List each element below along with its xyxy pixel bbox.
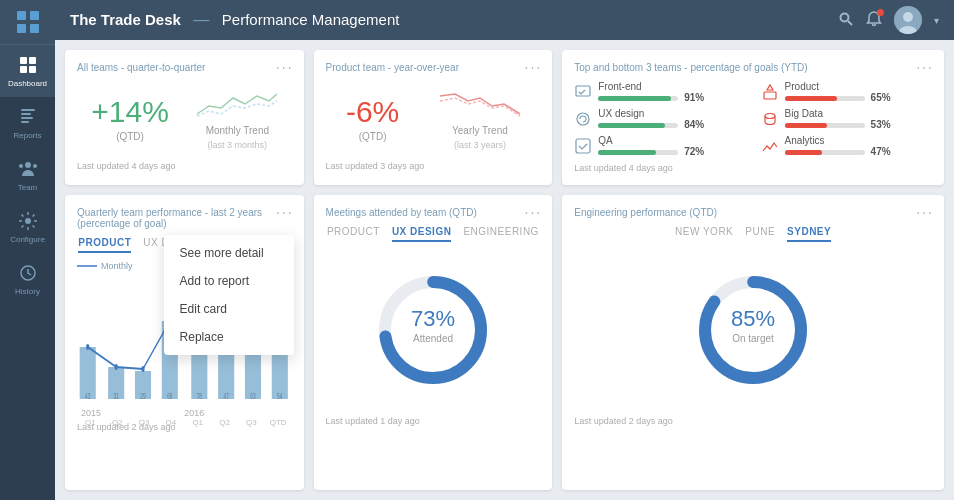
- goal-info-qa: QA 72%: [598, 135, 745, 157]
- svg-point-24: [577, 113, 589, 125]
- context-menu-item-detail[interactable]: See more detail: [164, 239, 294, 267]
- qtq-value: +14%: [91, 95, 169, 129]
- svg-text:78: 78: [197, 390, 202, 401]
- monthly-label: Monthly: [101, 261, 133, 271]
- sidebar-item-team[interactable]: Team: [0, 149, 55, 201]
- metric-content-yoy: -6% (QTD) Yearly Trend (last 3 years): [326, 81, 541, 155]
- qtq-trend-sub: (last 3 months): [208, 140, 268, 150]
- svg-text:54: 54: [277, 390, 282, 401]
- card-goals-footer: Last updated 4 days ago: [574, 163, 932, 173]
- sidebar-item-history[interactable]: History: [0, 253, 55, 305]
- card-goals: Top and bottom 3 teams - percentage of g…: [562, 50, 944, 185]
- tab-pune[interactable]: PUNE: [745, 226, 775, 242]
- sidebar-logo: [0, 0, 55, 45]
- sidebar-item-dashboard[interactable]: Dashboard: [0, 45, 55, 97]
- yoy-sparkline-area: Yearly Trend (last 3 years): [440, 86, 520, 150]
- notification-icon[interactable]: [866, 11, 882, 30]
- tab-newyork[interactable]: NEW YORK: [675, 226, 733, 242]
- tab-meetings-ux[interactable]: UX DESIGN: [392, 226, 452, 242]
- header: The Trade Desk — Performance Management …: [55, 0, 954, 40]
- goals-grid: Front-end 91% Product 65%: [574, 81, 932, 157]
- card-meetings: Meetings attended by team (QTD) ··· PROD…: [314, 195, 553, 490]
- qtq-sparkline-area: Monthly Trend (last 3 months): [197, 86, 277, 150]
- goal-item-analytics: Analytics 47%: [761, 135, 932, 157]
- sidebar-item-reports[interactable]: Reports: [0, 97, 55, 149]
- svg-line-18: [848, 21, 852, 25]
- tab-meetings-engineering[interactable]: ENGINEERING: [463, 226, 539, 242]
- svg-text:29: 29: [140, 390, 145, 401]
- svg-rect-7: [29, 66, 36, 73]
- svg-point-25: [765, 114, 775, 119]
- goal-item-frontend: Front-end 91%: [574, 81, 745, 103]
- svg-rect-6: [20, 66, 27, 73]
- svg-text:On target: On target: [732, 333, 774, 344]
- main-content: All teams - quarter-to-quarter ··· +14% …: [55, 40, 954, 500]
- card-meetings-menu[interactable]: ···: [525, 205, 543, 219]
- avatar-chevron[interactable]: ▾: [934, 15, 939, 26]
- svg-text:43: 43: [85, 390, 90, 401]
- card-qtq-title: All teams - quarter-to-quarter: [77, 62, 292, 73]
- header-right: ▾: [838, 6, 939, 34]
- goal-item-bigdata: Big Data 53%: [761, 108, 932, 130]
- card-quarterly: Quarterly team performance - last 2 year…: [65, 195, 304, 490]
- tab-sydney[interactable]: SYDNEY: [787, 226, 831, 242]
- metric-content-qtq: +14% (QTD) Monthly Trend (last 3 months): [77, 81, 292, 155]
- svg-point-13: [19, 164, 23, 168]
- card-meetings-footer: Last updated 1 day ago: [326, 416, 541, 426]
- card-quarterly-menu[interactable]: ···: [276, 205, 294, 219]
- tab-product[interactable]: PRODUCT: [78, 237, 131, 253]
- card-yoy-menu[interactable]: ···: [525, 60, 543, 74]
- context-menu-item-replace[interactable]: Replace: [164, 323, 294, 351]
- context-menu: See more detail Add to report Edit card …: [164, 235, 294, 355]
- sidebar: Dashboard Reports Team Configure History: [0, 0, 55, 500]
- goal-info-analytics: Analytics 47%: [785, 135, 932, 157]
- svg-point-44: [86, 344, 89, 350]
- yoy-trend-label: Yearly Trend: [452, 125, 508, 136]
- svg-point-17: [841, 13, 849, 21]
- context-menu-item-edit[interactable]: Edit card: [164, 295, 294, 323]
- goal-info-frontend: Front-end 91%: [598, 81, 745, 103]
- card-engineering-menu[interactable]: ···: [916, 205, 934, 219]
- context-menu-item-add[interactable]: Add to report: [164, 267, 294, 295]
- svg-point-45: [115, 364, 118, 370]
- svg-text:Attended: Attended: [413, 333, 453, 344]
- goal-item-ux: UX design 84%: [574, 108, 745, 130]
- yoy-value: -6%: [346, 95, 399, 129]
- card-goals-menu[interactable]: ···: [916, 60, 934, 74]
- svg-rect-23: [764, 92, 776, 99]
- svg-rect-26: [576, 139, 590, 153]
- goal-info-product: Product 65%: [785, 81, 932, 103]
- svg-point-20: [903, 12, 913, 22]
- svg-rect-5: [29, 57, 36, 64]
- card-qtq-menu[interactable]: ···: [276, 60, 294, 74]
- card-yoy-footer: Last updated 3 days ago: [326, 161, 541, 171]
- goal-item-qa: QA 72%: [574, 135, 745, 157]
- qtq-qtd: (QTD): [91, 131, 169, 142]
- svg-text:47: 47: [223, 390, 228, 401]
- meetings-donut: 73% Attended: [326, 250, 541, 410]
- card-qtq: All teams - quarter-to-quarter ··· +14% …: [65, 50, 304, 185]
- svg-point-14: [33, 164, 37, 168]
- svg-rect-10: [21, 117, 33, 119]
- svg-text:73%: 73%: [411, 306, 455, 331]
- svg-rect-8: [21, 109, 35, 111]
- svg-text:85%: 85%: [731, 306, 775, 331]
- goal-info-ux: UX design 84%: [598, 108, 745, 130]
- svg-point-12: [25, 162, 31, 168]
- card-qtq-footer: Last updated 4 days ago: [77, 161, 292, 171]
- card-engineering-title: Engineering performance (QTD): [574, 207, 932, 218]
- tab-meetings-product[interactable]: PRODUCT: [327, 226, 380, 242]
- search-icon[interactable]: [838, 11, 854, 30]
- engineering-donut: 85% On target: [574, 250, 932, 410]
- card-yoy-title: Product team - year-over-year: [326, 62, 541, 73]
- svg-rect-1: [30, 11, 39, 20]
- header-avatar[interactable]: [894, 6, 922, 34]
- sidebar-item-configure[interactable]: Configure: [0, 201, 55, 253]
- card-quarterly-title: Quarterly team performance - last 2 year…: [77, 207, 292, 229]
- svg-point-15: [25, 218, 31, 224]
- svg-rect-4: [20, 57, 27, 64]
- svg-text:68: 68: [167, 390, 172, 401]
- engineering-tabs: NEW YORK PUNE SYDNEY: [574, 226, 932, 242]
- card-engineering: Engineering performance (QTD) ··· NEW YO…: [562, 195, 944, 490]
- svg-text:63: 63: [250, 390, 255, 401]
